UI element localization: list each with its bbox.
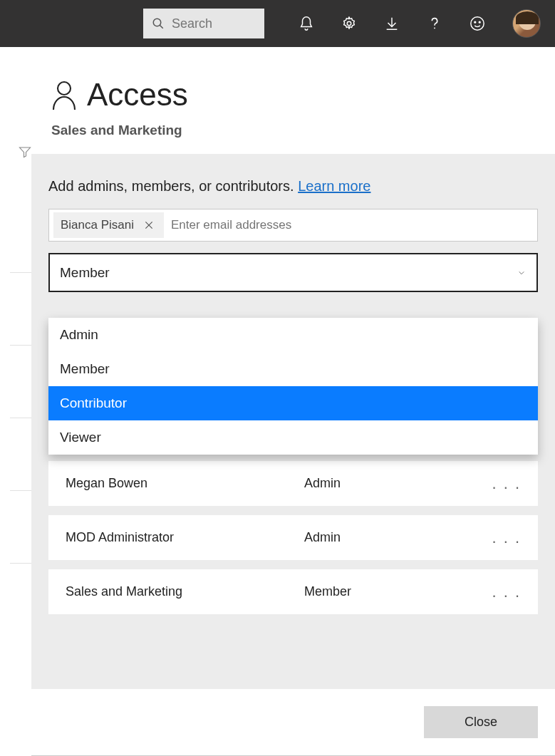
email-input-container[interactable]: Bianca Pisani (48, 209, 538, 242)
row-name: MOD Administrator (66, 530, 304, 545)
svg-line-1 (160, 25, 163, 29)
svg-point-2 (347, 21, 351, 26)
panel-body: Add admins, members, or contributors. Le… (31, 154, 555, 689)
svg-marker-9 (20, 147, 31, 157)
download-icon[interactable] (384, 16, 400, 31)
search-icon (152, 17, 165, 30)
row-name: Megan Bowen (66, 476, 304, 491)
help-icon[interactable] (427, 16, 442, 31)
email-input[interactable] (164, 209, 533, 241)
role-option-label: Admin (60, 327, 98, 343)
close-button[interactable]: Close (424, 706, 538, 738)
svg-point-8 (479, 21, 480, 23)
panel-footer: Close (31, 689, 555, 755)
role-option-contributor[interactable]: Contributor (48, 386, 538, 420)
table-row: MOD Administrator Admin . . . (48, 515, 538, 560)
more-icon[interactable]: . . . (492, 475, 521, 493)
svg-point-5 (434, 28, 435, 29)
left-sliver (0, 47, 31, 756)
search-box[interactable] (143, 9, 264, 38)
role-option-viewer[interactable]: Viewer (48, 420, 538, 455)
role-option-admin[interactable]: Admin (48, 318, 538, 352)
panel-header: Access Sales and Marketing (31, 47, 555, 154)
notifications-icon[interactable] (299, 16, 314, 31)
role-selected-label: Member (60, 265, 110, 281)
settings-icon[interactable] (341, 16, 357, 31)
top-bar (0, 0, 555, 47)
chevron-down-icon (517, 269, 527, 276)
table-row: Sales and Marketing Member . . . (48, 569, 538, 614)
person-icon (51, 80, 77, 110)
svg-point-10 (58, 82, 71, 95)
row-permission: Member (304, 584, 492, 599)
panel-subtitle: Sales and Marketing (51, 123, 535, 138)
role-option-label: Member (60, 361, 110, 377)
role-option-member[interactable]: Member (48, 352, 538, 386)
role-option-label: Contributor (60, 395, 127, 411)
svg-point-6 (471, 17, 484, 30)
learn-more-link[interactable]: Learn more (298, 178, 370, 194)
row-permission: Admin (304, 476, 492, 491)
chip-label: Bianca Pisani (61, 218, 134, 232)
instruction-label: Add admins, members, or contributors. (48, 178, 294, 194)
panel-title: Access (87, 77, 188, 113)
role-option-label: Viewer (60, 430, 101, 445)
row-name: Sales and Marketing (66, 584, 304, 599)
search-input[interactable] (165, 16, 256, 31)
row-permission: Admin (304, 530, 492, 545)
avatar[interactable] (512, 9, 541, 38)
feedback-icon[interactable] (470, 16, 485, 31)
svg-point-0 (153, 19, 161, 26)
role-select[interactable]: Member (48, 253, 538, 292)
role-dropdown: Admin Member Contributor Viewer (48, 318, 538, 455)
access-panel: Access Sales and Marketing Add admins, m… (31, 47, 555, 756)
user-chip: Bianca Pisani (53, 212, 164, 238)
chip-remove-icon[interactable] (141, 219, 157, 232)
instruction-text: Add admins, members, or contributors. Le… (48, 178, 538, 195)
filter-icon (19, 145, 31, 158)
table-row: Megan Bowen Admin . . . (48, 461, 538, 506)
svg-point-7 (474, 21, 476, 23)
more-icon[interactable]: . . . (492, 529, 521, 547)
more-icon[interactable]: . . . (492, 583, 521, 601)
